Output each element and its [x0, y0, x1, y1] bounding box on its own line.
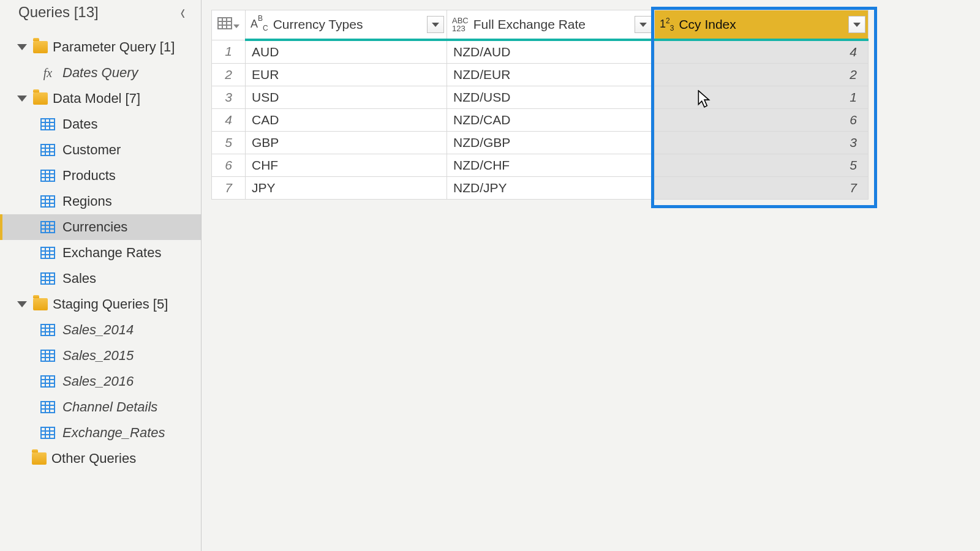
- svg-rect-15: [41, 196, 55, 207]
- query-item[interactable]: Sales_2016: [0, 369, 201, 394]
- data-cell[interactable]: NZD/JPY: [447, 177, 655, 200]
- query-label: Sales_2015: [62, 348, 134, 364]
- data-cell[interactable]: EUR: [246, 64, 447, 86]
- table-icon: [40, 118, 55, 130]
- data-cell[interactable]: NZD/CHF: [447, 154, 655, 177]
- column-header[interactable]: ABC123Full Exchange Rate: [447, 10, 655, 40]
- select-all-corner[interactable]: [212, 10, 246, 40]
- table-icon: [40, 401, 55, 413]
- query-item[interactable]: Regions: [0, 189, 201, 214]
- chevron-down-icon: [853, 23, 861, 27]
- data-cell[interactable]: 7: [655, 177, 869, 200]
- data-cell[interactable]: NZD/GBP: [447, 132, 655, 154]
- data-cell[interactable]: 5: [655, 154, 869, 177]
- data-cell[interactable]: 2: [655, 64, 869, 86]
- table-icon: [40, 170, 55, 182]
- query-item[interactable]: fxDates Query: [0, 60, 201, 86]
- chevron-down-icon: [639, 23, 647, 27]
- query-item[interactable]: Customer: [0, 137, 201, 163]
- query-group[interactable]: Other Queries: [0, 446, 201, 471]
- row-number[interactable]: 5: [212, 132, 246, 154]
- row-number[interactable]: 3: [212, 86, 246, 109]
- expand-collapse-icon[interactable]: [17, 44, 27, 50]
- table-icon: [40, 427, 55, 439]
- column-filter-button[interactable]: [848, 16, 865, 33]
- row-number[interactable]: 1: [212, 40, 246, 64]
- svg-rect-60: [218, 18, 232, 29]
- query-item[interactable]: Exchange_Rates: [0, 420, 201, 446]
- table-icon: [40, 144, 55, 156]
- datatype-any-icon: ABC123: [452, 17, 469, 32]
- query-item[interactable]: Exchange Rates: [0, 240, 201, 266]
- query-item[interactable]: Channel Details: [0, 394, 201, 420]
- row-number[interactable]: 4: [212, 109, 246, 132]
- query-label: Currencies: [62, 219, 127, 235]
- table-icon: [40, 247, 55, 259]
- data-cell[interactable]: AUD: [246, 40, 447, 64]
- data-cell[interactable]: CHF: [246, 154, 447, 177]
- data-cell[interactable]: JPY: [246, 177, 447, 200]
- group-label: Staging Queries [5]: [53, 296, 168, 312]
- group-label: Data Model [7]: [53, 91, 140, 107]
- chevron-down-icon: [432, 23, 439, 27]
- column-header[interactable]: ABCCurrency Types: [246, 10, 447, 40]
- table-icon: [40, 350, 55, 362]
- svg-rect-20: [41, 222, 55, 233]
- query-item[interactable]: Currencies: [0, 214, 201, 240]
- data-cell[interactable]: NZD/USD: [447, 86, 655, 109]
- expand-collapse-icon[interactable]: [17, 96, 27, 102]
- data-cell[interactable]: 4: [655, 40, 869, 64]
- query-item[interactable]: Products: [0, 163, 201, 189]
- query-label: Sales: [62, 271, 96, 287]
- svg-rect-35: [41, 324, 55, 335]
- query-group[interactable]: Staging Queries [5]: [0, 291, 201, 317]
- data-cell[interactable]: GBP: [246, 132, 447, 154]
- table-icon: [40, 324, 55, 336]
- svg-rect-10: [41, 170, 55, 181]
- data-cell[interactable]: NZD/CAD: [447, 109, 655, 132]
- svg-rect-40: [41, 350, 55, 361]
- svg-rect-50: [41, 402, 55, 413]
- query-label: Exchange_Rates: [62, 425, 165, 441]
- folder-icon: [33, 298, 48, 310]
- expand-collapse-icon[interactable]: [17, 301, 27, 307]
- queries-pane: Queries [13] ‹ Parameter Query [1]fxDate…: [0, 0, 202, 551]
- query-label: Sales_2014: [62, 322, 134, 338]
- data-cell[interactable]: CAD: [246, 109, 447, 132]
- query-label: Customer: [62, 142, 121, 158]
- table-icon: [40, 221, 55, 233]
- query-label: Products: [62, 168, 116, 184]
- data-cell[interactable]: 1: [655, 86, 869, 109]
- data-cell[interactable]: 3: [655, 132, 869, 154]
- svg-rect-25: [41, 247, 55, 258]
- svg-rect-30: [41, 273, 55, 284]
- row-number[interactable]: 6: [212, 154, 246, 177]
- datatype-text-icon: ABC: [251, 17, 268, 32]
- data-cell[interactable]: USD: [246, 86, 447, 109]
- query-group[interactable]: Data Model [7]: [0, 86, 201, 111]
- row-number[interactable]: 2: [212, 64, 246, 86]
- column-filter-button[interactable]: [635, 16, 652, 33]
- collapse-pane-chevron-icon[interactable]: ‹: [181, 0, 190, 25]
- query-label: Dates: [62, 116, 97, 132]
- column-header[interactable]: 123Ccy Index: [655, 10, 869, 40]
- data-cell[interactable]: NZD/AUD: [447, 40, 655, 64]
- queries-header: Queries [13] ‹: [0, 0, 201, 29]
- data-cell[interactable]: NZD/EUR: [447, 64, 655, 86]
- group-label: Other Queries: [51, 451, 136, 467]
- data-preview-area: ABCCurrency Types ABC123Full Exchange Ra…: [202, 0, 980, 551]
- mouse-cursor-icon: [698, 90, 711, 108]
- column-filter-button[interactable]: [427, 16, 444, 33]
- query-item[interactable]: Sales_2014: [0, 317, 201, 343]
- query-item[interactable]: Dates: [0, 111, 201, 137]
- query-label: Channel Details: [62, 399, 157, 415]
- query-label: Regions: [62, 193, 112, 209]
- query-label: Exchange Rates: [62, 245, 161, 261]
- svg-rect-45: [41, 376, 55, 387]
- query-item[interactable]: Sales_2015: [0, 343, 201, 369]
- data-cell[interactable]: 6: [655, 109, 869, 132]
- table-icon: [40, 375, 55, 388]
- query-item[interactable]: Sales: [0, 266, 201, 291]
- row-number[interactable]: 7: [212, 177, 246, 200]
- query-group[interactable]: Parameter Query [1]: [0, 34, 201, 60]
